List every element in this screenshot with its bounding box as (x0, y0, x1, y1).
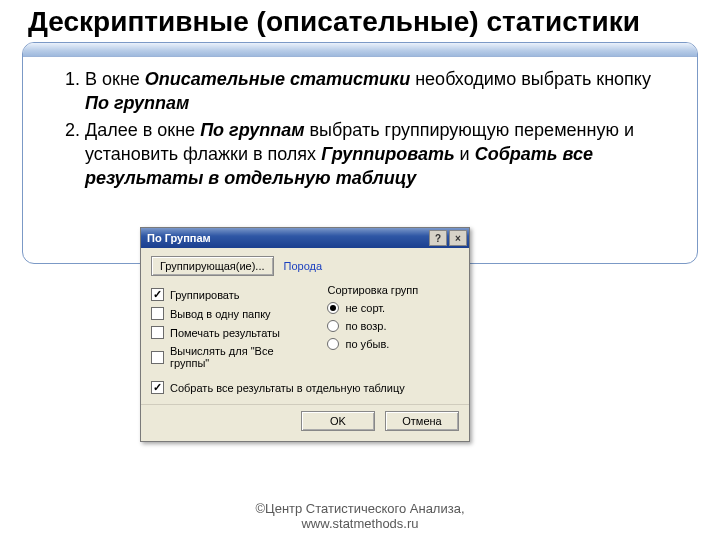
check-one-folder-row[interactable]: Вывод в одну папку (151, 307, 315, 320)
radio-desc[interactable] (327, 338, 339, 350)
check-collect-table[interactable] (151, 381, 164, 394)
footer-line-2: www.statmethods.ru (0, 516, 720, 532)
grouping-var-row: Группирующая(ие)... Порода (151, 256, 459, 276)
dialog-title: По Группам (147, 232, 211, 244)
step-1-text-a: В окне (85, 69, 145, 89)
step-1: В окне Описательные статистики необходим… (85, 67, 675, 116)
ok-button[interactable]: OK (301, 411, 375, 431)
panel-header-bar (23, 43, 697, 57)
cancel-button[interactable]: Отмена (385, 411, 459, 431)
step-2-em-1: По группам (200, 120, 304, 140)
radio-desc-label: по убыв. (345, 338, 389, 350)
radio-asc-label: по возр. (345, 320, 386, 332)
step-2-em-2: Группировать (321, 144, 454, 164)
check-group[interactable] (151, 288, 164, 301)
step-2-text-a: Далее в окне (85, 120, 200, 140)
radio-desc-row[interactable]: по убыв. (327, 338, 459, 350)
step-2: Далее в окне По группам выбрать группиру… (85, 118, 675, 191)
grouping-var-value: Порода (284, 260, 323, 272)
radio-asc-row[interactable]: по возр. (327, 320, 459, 332)
help-button[interactable]: ? (429, 230, 447, 246)
grouping-var-button[interactable]: Группирующая(ие)... (151, 256, 274, 276)
check-compute-all-row[interactable]: Вычислять для "Все группы" (151, 345, 315, 369)
slide-title: Дескриптивные (описательные) статистики (28, 6, 720, 38)
check-compute-all[interactable] (151, 351, 164, 364)
step-1-em-1: Описательные статистики (145, 69, 410, 89)
slide-footer: ©Центр Статистического Анализа, www.stat… (0, 501, 720, 532)
radio-asc[interactable] (327, 320, 339, 332)
dialog-titlebar[interactable]: По Группам ? × (141, 228, 469, 248)
steps-list: В окне Описательные статистики необходим… (63, 67, 675, 190)
dialog-body: Группирующая(ие)... Порода Группировать … (141, 248, 469, 404)
check-mark-results-label: Помечать результаты (170, 327, 280, 339)
radio-none-label: не сорт. (345, 302, 385, 314)
check-collect-table-row[interactable]: Собрать все результаты в отдельную табли… (151, 381, 459, 394)
dialog-button-bar: OK Отмена (141, 404, 469, 441)
sort-column: Сортировка групп не сорт. по возр. по уб… (327, 282, 459, 375)
check-compute-all-label: Вычислять для "Все группы" (170, 345, 315, 369)
radio-none[interactable] (327, 302, 339, 314)
checkbox-column: Группировать Вывод в одну папку Помечать… (151, 282, 315, 375)
dialog-by-groups: По Группам ? × Группирующая(ие)... Пород… (140, 227, 470, 442)
check-group-label: Группировать (170, 289, 240, 301)
step-1-em-2: По группам (85, 93, 189, 113)
radio-none-row[interactable]: не сорт. (327, 302, 459, 314)
check-mark-results-row[interactable]: Помечать результаты (151, 326, 315, 339)
check-group-row[interactable]: Группировать (151, 288, 315, 301)
check-one-folder[interactable] (151, 307, 164, 320)
footer-line-1: ©Центр Статистического Анализа, (0, 501, 720, 517)
sort-heading: Сортировка групп (327, 284, 459, 296)
close-button[interactable]: × (449, 230, 467, 246)
step-2-and: и (455, 144, 475, 164)
step-1-text-b: необходимо выбрать кнопку (410, 69, 651, 89)
check-collect-table-label: Собрать все результаты в отдельную табли… (170, 382, 405, 394)
check-mark-results[interactable] (151, 326, 164, 339)
check-one-folder-label: Вывод в одну папку (170, 308, 271, 320)
